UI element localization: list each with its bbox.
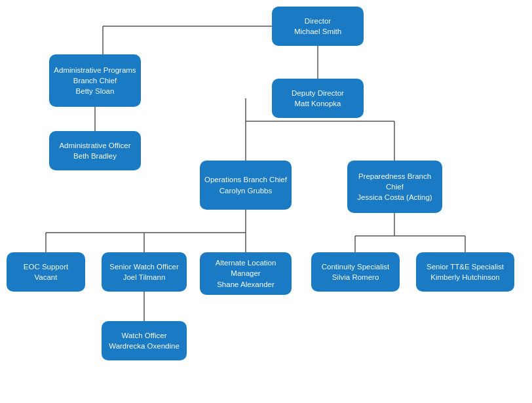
node-ops-branch: Operations Branch ChiefCarolyn Grubbs (200, 161, 292, 210)
node-deputy: Deputy DirectorMatt Konopka (272, 79, 364, 118)
node-senior-tte: Senior TT&E SpecialistKimberly Hutchinso… (416, 252, 514, 292)
node-eoc-support: EOC SupportVacant (7, 252, 85, 292)
node-watch-officer: Watch OfficerWardrecka Oxendine (102, 321, 187, 360)
node-prep-branch: Preparedness Branch ChiefJessica Costa (… (347, 161, 442, 213)
node-senior-watch: Senior Watch OfficerJoel Tilmann (102, 252, 187, 292)
node-admin-branch: Administrative Programs Branch ChiefBett… (49, 54, 141, 107)
org-chart: DirectorMichael Smith Deputy DirectorMat… (0, 0, 532, 403)
node-alt-location: Alternate Location ManagerShane Alexande… (200, 252, 292, 295)
node-continuity: Continuity SpecialistSilvia Romero (311, 252, 400, 292)
node-director: DirectorMichael Smith (272, 7, 364, 46)
node-admin-officer: Administrative OfficerBeth Bradley (49, 131, 141, 170)
